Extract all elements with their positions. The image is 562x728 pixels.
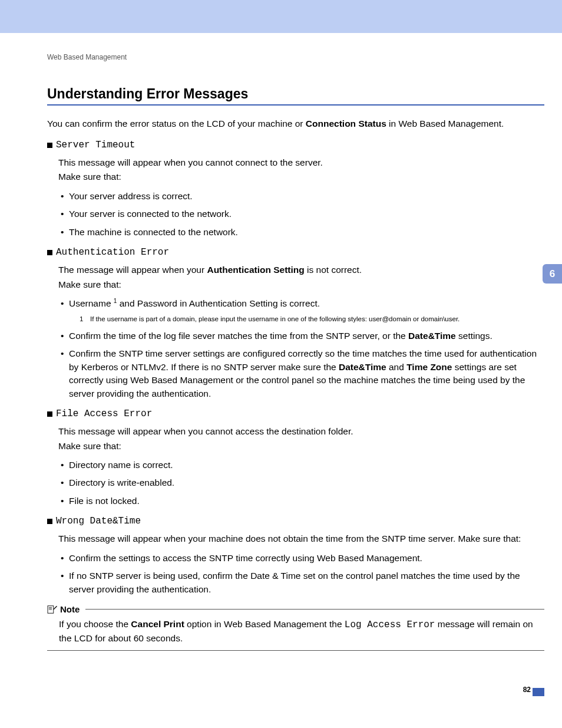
- intro-bold: Connection Status: [306, 118, 386, 129]
- list-item: Authentication Error The message will ap…: [47, 247, 544, 400]
- text: settings.: [456, 331, 492, 341]
- text-bold: Time Zone: [406, 362, 452, 372]
- text: and Password in Authentication Setting i…: [117, 298, 320, 308]
- footnote-num: 1: [80, 314, 90, 324]
- footnote-text: If the username is part of a domain, ple…: [90, 315, 459, 322]
- square-bullet-icon: [47, 519, 52, 524]
- intro-text-pre: You can confirm the error status on the …: [47, 118, 306, 129]
- chapter-tab: 6: [543, 264, 562, 284]
- sub-bullet: Directory name is correct.: [58, 459, 544, 472]
- top-banner: [0, 0, 562, 33]
- text: Confirm the time of the log file sever m…: [69, 331, 408, 341]
- note-block: Note If you choose the Cancel Print opti…: [47, 604, 544, 651]
- square-bullet-icon: [47, 250, 52, 255]
- list-item: Server Timeout This message will appear …: [47, 140, 544, 239]
- error-list: Server Timeout This message will appear …: [47, 140, 544, 597]
- list-item: File Access Error This message will appe…: [47, 409, 544, 508]
- error-desc: This message will appear when you cannot…: [58, 156, 544, 169]
- divider: [85, 609, 544, 610]
- error-title: Authentication Error: [56, 247, 169, 258]
- intro-paragraph: You can confirm the error status on the …: [47, 117, 544, 130]
- error-title: Wrong Date&Time: [56, 516, 141, 526]
- text-bold: Date&Time: [408, 331, 456, 341]
- error-desc: Make sure that:: [58, 278, 544, 291]
- page-accent: [533, 688, 544, 696]
- error-title: File Access Error: [56, 409, 152, 419]
- text: If you choose the: [59, 619, 131, 629]
- sub-bullet: Confirm the settings to access the SNTP …: [58, 552, 544, 565]
- error-desc: The message will appear when your Authen…: [58, 263, 544, 276]
- sub-bullet: File is not locked.: [58, 495, 544, 508]
- intro-text-post: in Web Based Management.: [386, 118, 504, 129]
- text: and: [386, 362, 406, 372]
- sub-bullet: Your server address is correct.: [58, 190, 544, 203]
- sub-bullet: Confirm the time of the log file sever m…: [58, 330, 544, 342]
- error-desc: This message will appear when you cannot…: [58, 425, 544, 438]
- sub-bullet: If no SNTP server is being used, confirm…: [58, 569, 544, 596]
- note-icon: [47, 605, 58, 614]
- note-body: If you choose the Cancel Print option in…: [47, 614, 544, 651]
- text: is not correct.: [305, 265, 362, 275]
- sub-bullet: Your server is connected to the network.: [58, 207, 544, 220]
- text-bold: Cancel Print: [131, 619, 184, 629]
- note-label: Note: [60, 604, 80, 614]
- footnote: 1If the username is part of a domain, pl…: [80, 314, 544, 324]
- text: The message will appear when your: [58, 265, 207, 275]
- text: Username: [69, 298, 114, 308]
- text: option in Web Based Management the: [184, 619, 345, 629]
- square-bullet-icon: [47, 143, 52, 148]
- text-mono: Log Access Error: [345, 620, 435, 630]
- page-title: Understanding Error Messages: [47, 86, 544, 106]
- error-desc: Make sure that:: [58, 440, 544, 453]
- error-title: Server Timeout: [56, 140, 135, 150]
- text-bold: Authentication Setting: [207, 265, 304, 275]
- text-bold: Date&Time: [339, 362, 386, 372]
- error-desc: Make sure that:: [58, 170, 544, 183]
- error-desc: This message will appear when your machi…: [58, 532, 544, 545]
- square-bullet-icon: [47, 411, 52, 417]
- page-number: 82: [523, 686, 531, 694]
- sub-bullet: Confirm the SNTP time server settings ar…: [58, 347, 544, 400]
- sub-bullet: Username 1 and Password in Authenticatio…: [58, 297, 544, 324]
- sub-bullet: Directory is write-enabled.: [58, 476, 544, 489]
- sub-bullet: The machine is connected to the network.: [58, 226, 544, 239]
- page-content: Web Based Management Understanding Error…: [0, 33, 562, 651]
- list-item: Wrong Date&Time This message will appear…: [47, 516, 544, 596]
- breadcrumb: Web Based Management: [47, 53, 544, 61]
